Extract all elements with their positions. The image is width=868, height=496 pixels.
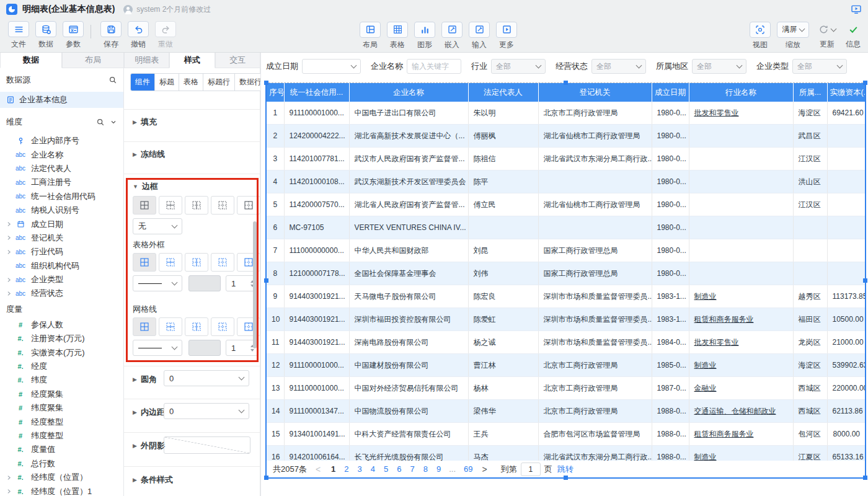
resize-handle[interactable] [564, 81, 568, 85]
search-icon[interactable] [96, 118, 105, 126]
expand-chevron-icon[interactable] [5, 475, 12, 480]
info-button[interactable]: 信息 [842, 22, 864, 50]
segment-header-row[interactable]: 标题行 [203, 74, 235, 91]
chevron-down-icon[interactable] [110, 118, 117, 126]
field-item[interactable]: #.经纬度（位置） [0, 471, 123, 484]
resize-handle[interactable] [264, 476, 268, 480]
table-component[interactable]: 序号统一社会信用...企业名称法定代表人登记机关成立日期行业名称所属...实缴资… [265, 82, 866, 479]
view-button[interactable]: 视图 [746, 22, 774, 50]
field-item[interactable]: #.实缴资本(万元) [0, 345, 123, 359]
toolbar-button-more[interactable]: 更多 [493, 22, 520, 50]
tab-style[interactable]: 样式 [169, 53, 215, 68]
resize-handle[interactable] [863, 81, 867, 85]
refresh-button[interactable]: 更新 [812, 22, 842, 50]
column-header[interactable]: 法定代表人 [468, 83, 538, 102]
shadow-picker[interactable] [164, 436, 250, 454]
field-item[interactable]: #.度量值 [0, 443, 123, 456]
tab-data[interactable]: 数据 [0, 53, 62, 68]
tab-layout[interactable]: 布局 [62, 53, 124, 68]
border-preset-all-button[interactable] [133, 317, 156, 336]
filter-select[interactable]: 全部 [591, 59, 646, 74]
page-link-5[interactable]: 5 [384, 464, 388, 474]
expand-chevron-icon[interactable] [5, 221, 12, 227]
padding-select[interactable]: 0 [164, 403, 249, 419]
field-item[interactable]: #.注册资本(万元) [0, 332, 123, 345]
field-item[interactable]: #.纬度 [0, 373, 123, 387]
border-preset-none-button[interactable] [211, 317, 234, 336]
column-header[interactable]: 企业名称 [349, 83, 468, 102]
preview-button[interactable] [851, 4, 862, 15]
page-link-2[interactable]: 2 [344, 464, 348, 474]
border-preset-iv-button[interactable] [185, 196, 208, 215]
field-item[interactable]: 企业内部序号 [0, 134, 123, 148]
field-item[interactable]: abc工商注册号 [0, 175, 123, 189]
filter-select[interactable]: 全部 [491, 59, 546, 74]
goto-page-input[interactable] [521, 463, 541, 476]
field-item[interactable]: abc纳税人识别号 [0, 203, 123, 217]
step-down-icon[interactable] [250, 349, 254, 352]
resize-handle[interactable] [863, 476, 867, 480]
border-preset-iv-button[interactable] [185, 253, 208, 272]
expand-chevron-icon[interactable] [5, 249, 12, 255]
search-icon[interactable] [108, 76, 117, 84]
segment-table[interactable]: 表格 [179, 74, 203, 91]
expand-chevron-icon[interactable] [5, 291, 12, 296]
field-item[interactable]: #经度聚集 [0, 388, 123, 401]
column-header[interactable]: 统一社会信用... [284, 83, 349, 102]
expand-chevron-icon[interactable] [5, 235, 12, 241]
filter-select[interactable] [302, 59, 361, 74]
next-page-button[interactable]: > [482, 464, 487, 474]
field-item[interactable]: abc行业代码 [0, 245, 123, 259]
border-style-select[interactable]: 无 [133, 218, 182, 234]
toolbar-button-layout[interactable]: 布局 [356, 22, 384, 50]
toolbar-button-save[interactable]: 保存 [97, 21, 125, 50]
field-item[interactable]: #参保人数 [0, 318, 123, 332]
segment-component[interactable]: 组件 [131, 74, 155, 91]
column-header[interactable]: 登记机关 [538, 83, 652, 102]
field-item[interactable]: #经度整型 [0, 415, 123, 428]
column-header[interactable]: 序号 [267, 83, 284, 102]
tab-interaction[interactable]: 交互 [215, 53, 260, 68]
border-preset-all-button[interactable] [133, 253, 156, 272]
border-preset-ih-button[interactable] [159, 253, 182, 272]
segment-title[interactable]: 标题 [155, 74, 179, 91]
field-item[interactable]: abc企业名称 [0, 148, 123, 161]
resize-handle[interactable] [564, 476, 568, 480]
toolbar-button-embed[interactable]: 嵌入 [438, 22, 466, 50]
column-header[interactable]: 所属... [793, 83, 827, 102]
datasource-item[interactable]: 企业基本信息 [0, 92, 123, 108]
border-preset-ih-button[interactable] [159, 317, 182, 336]
grid-color-swatch[interactable] [188, 340, 221, 356]
field-item[interactable]: abc企业类型 [0, 273, 123, 286]
section-fill[interactable]: ▶ 填充 [133, 117, 157, 128]
filter-select[interactable]: 全部 [692, 59, 746, 74]
section-freeze-line[interactable]: ▶ 冻结线 [133, 149, 165, 160]
page-link-9[interactable]: 9 [436, 464, 441, 474]
column-header[interactable]: 成立日期 [652, 83, 689, 102]
section-conditional-style[interactable]: ▶ 条件样式 [133, 474, 173, 485]
field-item[interactable]: #纬度整型 [0, 429, 123, 443]
border-preset-outer-button[interactable] [237, 317, 260, 336]
field-item[interactable]: abc登记机关 [0, 231, 123, 245]
expand-chevron-icon[interactable] [5, 489, 12, 494]
resize-handle[interactable] [264, 81, 268, 85]
section-shadow[interactable]: ▶ 外阴影 [133, 440, 165, 451]
field-item[interactable]: #纬度聚集 [0, 401, 123, 415]
page-link-1[interactable]: 1 [331, 464, 335, 474]
border-preset-all-button[interactable] [133, 196, 156, 215]
section-border[interactable]: ▼ 边框 [133, 181, 158, 192]
column-header[interactable]: 行业名称 [689, 83, 793, 102]
tab-detail-table[interactable]: 明细表 [124, 53, 169, 68]
radius-select[interactable]: 0 [164, 370, 249, 386]
expand-chevron-icon[interactable] [5, 277, 12, 283]
field-item[interactable]: abc法定代表人 [0, 162, 123, 175]
toolbar-button-chart[interactable]: 图形 [411, 22, 438, 50]
resize-handle[interactable] [264, 278, 268, 283]
toolbar-button-database[interactable]: 数据 [32, 21, 60, 50]
outer-border-color-swatch[interactable] [188, 275, 221, 291]
chevron-down-icon[interactable] [831, 25, 837, 32]
toolbar-button-undo[interactable]: 撤销 [125, 21, 152, 50]
last-page-link[interactable]: 69 [464, 464, 472, 474]
grid-line-style-select[interactable] [133, 340, 182, 356]
toolbar-button-table[interactable]: 表格 [384, 22, 411, 50]
